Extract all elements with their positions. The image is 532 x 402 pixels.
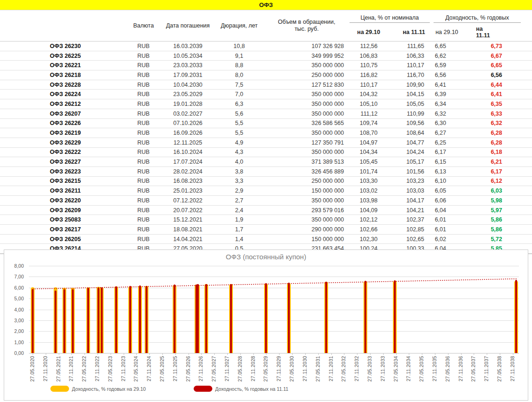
cell-yield-2910[interactable]: 6,02 (432, 236, 476, 243)
cell-duration[interactable]: 4,9 (219, 139, 259, 146)
cell-price-1111[interactable]: 104,24 (390, 149, 432, 155)
cell-bond-name[interactable]: ОФЗ 26220 (0, 197, 131, 204)
cell-bond-name[interactable]: ОФЗ 26218 (0, 72, 131, 78)
cell-price-1111[interactable]: 104,17 (390, 197, 432, 204)
cell-maturity[interactable]: 16.03.2039 (156, 43, 219, 49)
header-price-2910[interactable]: на 29.10 (348, 23, 390, 41)
cell-price-1111[interactable]: 108,64 (390, 130, 432, 136)
cell-yield-2910[interactable]: 6,13 (432, 168, 476, 175)
cell-duration[interactable]: 9,1 (219, 53, 259, 59)
header-price-1111[interactable]: на 11.11 (390, 23, 432, 41)
cell-volume[interactable]: 350 000 000 (259, 197, 348, 204)
cell-maturity[interactable]: 03.02.2027 (156, 111, 219, 117)
cell-duration[interactable]: 8,0 (219, 72, 259, 78)
cell-currency[interactable]: RUB (131, 111, 156, 117)
cell-yield-2910[interactable]: 6,01 (432, 216, 476, 223)
cell-currency[interactable]: RUB (131, 130, 156, 136)
cell-duration[interactable]: 8,8 (219, 62, 259, 69)
cell-yield-2910[interactable]: 6,34 (432, 101, 476, 107)
cell-duration[interactable]: 5,5 (219, 130, 259, 136)
cell-price-1111[interactable]: 104,21 (390, 207, 432, 214)
cell-volume[interactable]: 107 326 928 (259, 43, 348, 49)
cell-volume[interactable]: 326 586 565 (259, 120, 348, 126)
cell-yield-1111[interactable]: 6,73 (476, 43, 523, 49)
header-group-yield[interactable]: Доходность, % годовых (434, 10, 521, 23)
cell-volume[interactable]: 250 000 000 (259, 178, 348, 184)
cell-bond-name[interactable]: ОФЗ 26215 (0, 178, 131, 184)
cell-volume[interactable]: 150 000 000 (259, 187, 348, 194)
cell-yield-2910[interactable]: 6,05 (432, 187, 476, 194)
cell-duration[interactable]: 2,4 (219, 207, 259, 214)
cell-maturity[interactable]: 10.04.2030 (156, 82, 219, 88)
cell-price-2910[interactable]: 106,83 (348, 53, 390, 59)
cell-yield-1111[interactable]: 6,67 (476, 53, 523, 59)
cell-yield-1111[interactable]: 5,86 (476, 226, 523, 233)
cell-price-2910[interactable]: 102,12 (348, 216, 390, 223)
cell-currency[interactable]: RUB (131, 197, 156, 204)
cell-yield-1111[interactable]: 6,18 (476, 149, 523, 155)
cell-currency[interactable]: RUB (131, 120, 156, 126)
cell-duration[interactable]: 5,5 (219, 120, 259, 126)
cell-bond-name[interactable]: ОФЗ 26228 (0, 82, 131, 88)
header-volume[interactable]: Объем в обращении, тыс. руб. (259, 10, 348, 41)
cell-price-1111[interactable]: 104,77 (390, 139, 432, 146)
cell-yield-2910[interactable]: 6,41 (432, 82, 476, 88)
cell-maturity[interactable]: 17.07.2024 (156, 159, 219, 165)
cell-yield-2910[interactable]: 6,15 (432, 159, 476, 165)
cell-price-2910[interactable]: 104,09 (348, 207, 390, 214)
cell-volume[interactable]: 127 512 830 (259, 82, 348, 88)
cell-currency[interactable]: RUB (131, 101, 156, 107)
cell-yield-1111[interactable]: 6,17 (476, 168, 523, 175)
cell-duration[interactable]: 2,7 (219, 197, 259, 204)
cell-price-1111[interactable]: 102,65 (390, 236, 432, 243)
cell-maturity[interactable]: 23.03.2033 (156, 62, 219, 69)
cell-yield-1111[interactable]: 6,28 (476, 130, 523, 136)
cell-duration[interactable]: 1,4 (219, 236, 259, 243)
cell-yield-1111[interactable]: 6,28 (476, 139, 523, 146)
cell-yield-1111[interactable]: 5,97 (476, 207, 523, 214)
cell-volume[interactable]: 350 000 000 (259, 130, 348, 136)
cell-volume[interactable]: 326 456 889 (259, 168, 348, 175)
cell-price-2910[interactable]: 108,70 (348, 130, 390, 136)
cell-volume[interactable]: 350 000 000 (259, 91, 348, 97)
cell-yield-2910[interactable]: 6,27 (432, 130, 476, 136)
cell-yield-2910[interactable]: 6,30 (432, 120, 476, 126)
cell-maturity[interactable]: 23.05.2029 (156, 91, 219, 97)
cell-duration[interactable]: 7,5 (219, 82, 259, 88)
cell-maturity[interactable]: 10.05.2034 (156, 53, 219, 59)
cell-price-1111[interactable]: 103,23 (390, 178, 432, 184)
cell-maturity[interactable]: 16.09.2026 (156, 130, 219, 136)
cell-price-2910[interactable]: 110,17 (348, 82, 390, 88)
cell-yield-2910[interactable]: 6,39 (432, 91, 476, 97)
cell-bond-name[interactable]: ОФЗ 26205 (0, 236, 131, 243)
cell-currency[interactable]: RUB (131, 82, 156, 88)
cell-yield-2910[interactable]: 6,56 (432, 72, 476, 78)
header-maturity[interactable]: Дата погашения (156, 10, 219, 41)
cell-maturity[interactable]: 17.09.2031 (156, 72, 219, 78)
cell-yield-2910[interactable]: 6,17 (432, 149, 476, 155)
cell-duration[interactable]: 3,8 (219, 168, 259, 175)
header-yield-2910[interactable]: на 29.10 (432, 23, 476, 41)
cell-yield-1111[interactable]: 5,72 (476, 236, 523, 243)
cell-volume[interactable]: 290 000 000 (259, 226, 348, 233)
cell-price-1111[interactable]: 103,03 (390, 187, 432, 194)
cell-currency[interactable]: RUB (131, 159, 156, 165)
cell-currency[interactable]: RUB (131, 139, 156, 146)
cell-duration[interactable]: 1,7 (219, 226, 259, 233)
cell-volume[interactable]: 127 350 791 (259, 139, 348, 146)
cell-maturity[interactable]: 25.01.2023 (156, 187, 219, 194)
cell-maturity[interactable]: 18.08.2021 (156, 226, 219, 233)
cell-yield-1111[interactable]: 6,21 (476, 159, 523, 165)
cell-yield-1111[interactable]: 6,12 (476, 178, 523, 184)
cell-price-1111[interactable]: 111,65 (390, 43, 432, 49)
cell-volume[interactable]: 350 000 000 (259, 216, 348, 223)
cell-maturity[interactable]: 14.04.2021 (156, 236, 219, 243)
cell-yield-1111[interactable]: 6,65 (476, 62, 523, 69)
cell-bond-name[interactable]: ОФЗ 26217 (0, 226, 131, 233)
cell-currency[interactable]: RUB (131, 207, 156, 214)
cell-bond-name[interactable]: ОФЗ 26222 (0, 149, 131, 155)
header-yield-1111[interactable]: на 11.11 (476, 23, 523, 41)
cell-volume[interactable]: 293 579 016 (259, 207, 348, 214)
cell-price-1111[interactable]: 106,33 (390, 53, 432, 59)
cell-price-1111[interactable]: 116,70 (390, 72, 432, 78)
